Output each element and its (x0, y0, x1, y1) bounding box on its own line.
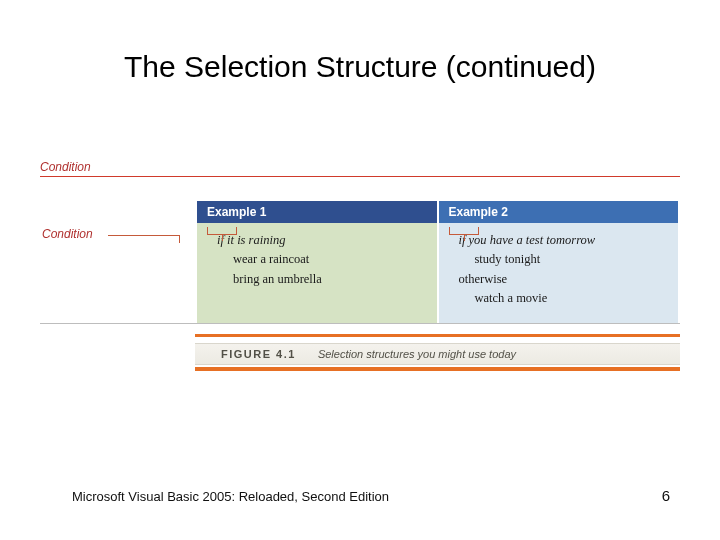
red-rule (40, 176, 680, 177)
callout-leader (108, 235, 180, 243)
figure-caption: Selection structures you might use today (318, 348, 516, 360)
ex2-line-2: study tonight (459, 250, 669, 269)
condition-label-top: Condition (40, 160, 680, 176)
example-1-panel: if it is raining wear a raincoat bring a… (195, 223, 437, 323)
page-title: The Selection Structure (continued) (0, 50, 720, 84)
ex2-line-4: watch a movie (459, 289, 669, 308)
page-number: 6 (662, 487, 670, 504)
ex1-line-3: bring an umbrella (217, 270, 427, 289)
slide-footer: Microsoft Visual Basic 2005: Reloaded, S… (72, 487, 670, 504)
bracket-icon (207, 227, 237, 235)
example-2-header: Example 2 (439, 201, 681, 223)
figure-4-1: Condition Example 1 Example 2 Condition … (40, 160, 680, 371)
orange-rule-top (195, 334, 680, 337)
figure-label: FIGURE 4.1 (221, 348, 296, 360)
figure-caption-bar: FIGURE 4.1 Selection structures you migh… (195, 343, 680, 365)
bracket-icon (449, 227, 479, 235)
orange-rule-bottom (195, 367, 680, 371)
example-1-header: Example 1 (195, 201, 439, 223)
ex1-line-2: wear a raincoat (217, 250, 427, 269)
example-header-row: Example 1 Example 2 (40, 201, 680, 223)
footer-text: Microsoft Visual Basic 2005: Reloaded, S… (72, 489, 389, 504)
example-body-row: Condition if it is raining wear a rainco… (40, 223, 680, 324)
example-2-panel: if you have a test tomorrow study tonigh… (437, 223, 681, 323)
ex2-if-line: if you have a test tomorrow (459, 231, 669, 250)
ex2-line-3: otherwise (459, 270, 669, 289)
ex1-if-line: if it is raining (217, 231, 427, 250)
